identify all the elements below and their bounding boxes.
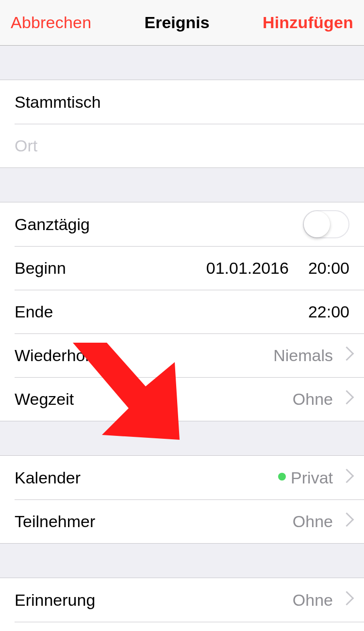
time-group: Ganztägig Beginn 01.01.2016 20:00 Ende 2… — [0, 202, 364, 421]
end-time-value: 22:00 — [308, 302, 349, 321]
allday-label: Ganztägig — [15, 215, 90, 234]
invitees-label: Teilnehmer — [15, 512, 95, 531]
start-row[interactable]: Beginn 01.01.2016 20:00 — [0, 246, 364, 290]
invitees-value: Ohne — [293, 512, 333, 531]
alert-row[interactable]: Erinnerung Ohne — [0, 578, 364, 622]
chevron-right-icon — [342, 392, 349, 406]
travel-label: Wegzeit — [15, 390, 74, 409]
nav-bar: Abbrechen Ereignis Hinzufügen — [0, 0, 364, 46]
repeat-value: Niemals — [273, 346, 333, 365]
calendar-value: Privat — [291, 468, 333, 487]
repeat-label: Wiederholen — [15, 346, 107, 365]
chevron-right-icon — [342, 593, 349, 607]
start-date-value: 01.01.2016 — [206, 259, 289, 278]
travel-value: Ohne — [293, 390, 333, 409]
chevron-right-icon — [342, 349, 349, 362]
start-time-value: 20:00 — [308, 259, 349, 278]
calendar-group: Kalender Privat Teilnehmer Ohne — [0, 455, 364, 544]
event-location-row[interactable] — [0, 124, 364, 167]
repeat-row[interactable]: Wiederholen Niemals — [0, 333, 364, 377]
calendar-label: Kalender — [15, 468, 81, 487]
calendar-row[interactable]: Kalender Privat — [0, 456, 364, 499]
end-label: Ende — [15, 302, 53, 321]
section-gap — [0, 544, 364, 578]
page-title: Ereignis — [145, 13, 210, 32]
section-gap — [0, 168, 364, 202]
cancel-button[interactable]: Abbrechen — [11, 13, 91, 32]
chevron-right-icon — [342, 515, 349, 528]
allday-toggle[interactable] — [303, 210, 349, 238]
calendar-color-dot-icon — [278, 473, 286, 481]
section-gap — [0, 46, 364, 80]
add-button[interactable]: Hinzufügen — [263, 13, 353, 32]
event-title-input[interactable] — [15, 93, 349, 112]
end-row[interactable]: Ende 22:00 — [0, 290, 364, 333]
alert-group: Erinnerung Ohne Zeigen als Beschäftigt — [0, 578, 364, 631]
title-location-group — [0, 80, 364, 168]
show-as-row[interactable]: Zeigen als Beschäftigt — [0, 622, 364, 631]
travel-time-row[interactable]: Wegzeit Ohne — [0, 377, 364, 421]
chevron-right-icon — [342, 471, 349, 484]
alert-label: Erinnerung — [15, 591, 95, 610]
event-location-input[interactable] — [15, 136, 349, 155]
allday-row: Ganztägig — [0, 202, 364, 246]
start-label: Beginn — [15, 259, 66, 278]
event-title-row[interactable] — [0, 80, 364, 124]
invitees-row[interactable]: Teilnehmer Ohne — [0, 499, 364, 543]
section-gap — [0, 421, 364, 455]
alert-value: Ohne — [293, 591, 333, 610]
